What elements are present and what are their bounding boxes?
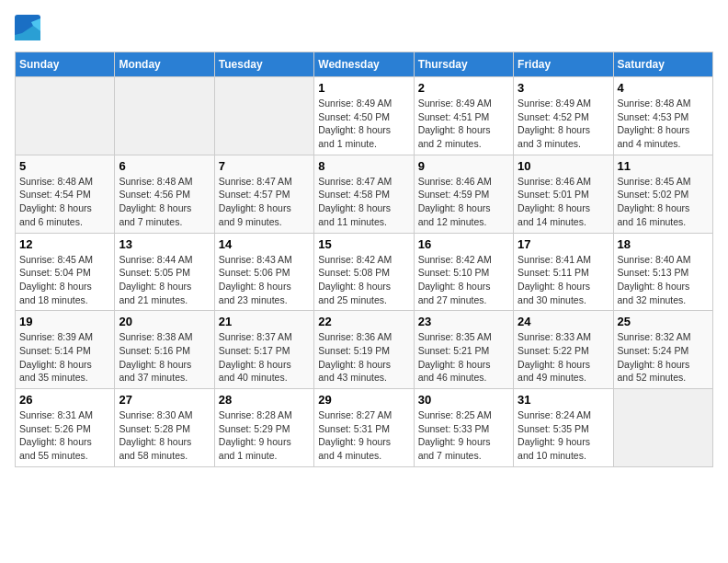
calendar-cell: 5Sunrise: 8:48 AM Sunset: 4:54 PM Daylig… (16, 155, 115, 233)
day-number: 6 (119, 159, 210, 173)
day-number: 7 (219, 159, 310, 173)
day-info: Sunrise: 8:27 AM Sunset: 5:31 PM Dayligh… (318, 408, 409, 463)
calendar-cell: 10Sunrise: 8:46 AM Sunset: 5:01 PM Dayli… (514, 155, 613, 233)
day-info: Sunrise: 8:44 AM Sunset: 5:05 PM Dayligh… (119, 253, 210, 307)
day-info: Sunrise: 8:35 AM Sunset: 5:21 PM Dayligh… (418, 330, 509, 385)
day-number: 13 (119, 237, 210, 251)
day-number: 10 (518, 159, 609, 173)
day-of-week-header: Saturday (613, 52, 712, 77)
day-of-week-header: Monday (115, 52, 214, 77)
day-info: Sunrise: 8:45 AM Sunset: 5:02 PM Dayligh… (618, 175, 709, 229)
day-info: Sunrise: 8:32 AM Sunset: 5:24 PM Dayligh… (618, 330, 709, 385)
calendar-cell (214, 77, 313, 155)
day-number: 2 (418, 81, 509, 95)
logo (15, 15, 42, 40)
calendar-cell: 31Sunrise: 8:24 AM Sunset: 5:35 PM Dayli… (514, 389, 613, 467)
day-info: Sunrise: 8:42 AM Sunset: 5:10 PM Dayligh… (418, 253, 509, 307)
day-info: Sunrise: 8:41 AM Sunset: 5:11 PM Dayligh… (518, 253, 609, 307)
day-number: 26 (19, 393, 110, 407)
calendar-week-row: 1Sunrise: 8:49 AM Sunset: 4:50 PM Daylig… (16, 77, 713, 155)
day-info: Sunrise: 8:46 AM Sunset: 5:01 PM Dayligh… (518, 175, 609, 229)
day-info: Sunrise: 8:48 AM Sunset: 4:53 PM Dayligh… (618, 97, 709, 151)
day-number: 14 (219, 237, 310, 251)
calendar-cell: 8Sunrise: 8:47 AM Sunset: 4:58 PM Daylig… (314, 155, 414, 233)
calendar-cell: 9Sunrise: 8:46 AM Sunset: 4:59 PM Daylig… (414, 155, 513, 233)
day-number: 18 (618, 237, 709, 251)
calendar-cell: 17Sunrise: 8:41 AM Sunset: 5:11 PM Dayli… (514, 233, 613, 311)
day-info: Sunrise: 8:45 AM Sunset: 5:04 PM Dayligh… (19, 253, 110, 307)
day-number: 29 (318, 393, 409, 407)
day-info: Sunrise: 8:33 AM Sunset: 5:22 PM Dayligh… (518, 330, 609, 385)
day-number: 24 (518, 315, 609, 328)
day-number: 4 (618, 81, 709, 95)
day-number: 20 (119, 315, 210, 328)
day-number: 22 (318, 315, 409, 328)
calendar-cell: 16Sunrise: 8:42 AM Sunset: 5:10 PM Dayli… (414, 233, 513, 311)
calendar-cell (613, 389, 712, 467)
calendar-cell (115, 77, 214, 155)
calendar-cell (16, 77, 115, 155)
page-header (15, 15, 713, 40)
calendar-week-row: 19Sunrise: 8:39 AM Sunset: 5:14 PM Dayli… (16, 311, 713, 389)
day-info: Sunrise: 8:25 AM Sunset: 5:33 PM Dayligh… (418, 408, 509, 463)
calendar-cell: 6Sunrise: 8:48 AM Sunset: 4:56 PM Daylig… (115, 155, 214, 233)
day-info: Sunrise: 8:31 AM Sunset: 5:26 PM Dayligh… (19, 408, 110, 463)
day-number: 5 (19, 159, 110, 173)
calendar-cell: 1Sunrise: 8:49 AM Sunset: 4:50 PM Daylig… (314, 77, 414, 155)
day-info: Sunrise: 8:46 AM Sunset: 4:59 PM Dayligh… (418, 175, 509, 229)
day-of-week-header: Sunday (16, 52, 115, 77)
calendar-cell: 2Sunrise: 8:49 AM Sunset: 4:51 PM Daylig… (414, 77, 513, 155)
day-info: Sunrise: 8:37 AM Sunset: 5:17 PM Dayligh… (219, 330, 310, 385)
calendar-cell: 12Sunrise: 8:45 AM Sunset: 5:04 PM Dayli… (16, 233, 115, 311)
day-number: 15 (318, 237, 409, 251)
day-number: 11 (618, 159, 709, 173)
day-of-week-header: Friday (514, 52, 613, 77)
day-number: 21 (219, 315, 310, 328)
calendar-cell: 28Sunrise: 8:28 AM Sunset: 5:29 PM Dayli… (214, 389, 313, 467)
calendar-cell: 15Sunrise: 8:42 AM Sunset: 5:08 PM Dayli… (314, 233, 414, 311)
day-number: 23 (418, 315, 509, 328)
calendar-cell: 26Sunrise: 8:31 AM Sunset: 5:26 PM Dayli… (16, 389, 115, 467)
day-number: 17 (518, 237, 609, 251)
calendar-cell: 7Sunrise: 8:47 AM Sunset: 4:57 PM Daylig… (214, 155, 313, 233)
calendar-cell: 21Sunrise: 8:37 AM Sunset: 5:17 PM Dayli… (214, 311, 313, 389)
day-info: Sunrise: 8:49 AM Sunset: 4:51 PM Dayligh… (418, 97, 509, 151)
calendar-cell: 18Sunrise: 8:40 AM Sunset: 5:13 PM Dayli… (613, 233, 712, 311)
day-info: Sunrise: 8:49 AM Sunset: 4:52 PM Dayligh… (518, 97, 609, 151)
day-info: Sunrise: 8:43 AM Sunset: 5:06 PM Dayligh… (219, 253, 310, 307)
calendar-cell: 25Sunrise: 8:32 AM Sunset: 5:24 PM Dayli… (613, 311, 712, 389)
calendar-cell: 13Sunrise: 8:44 AM Sunset: 5:05 PM Dayli… (115, 233, 214, 311)
day-info: Sunrise: 8:40 AM Sunset: 5:13 PM Dayligh… (618, 253, 709, 307)
day-number: 1 (318, 81, 409, 95)
day-info: Sunrise: 8:47 AM Sunset: 4:57 PM Dayligh… (219, 175, 310, 229)
day-info: Sunrise: 8:48 AM Sunset: 4:54 PM Dayligh… (19, 175, 110, 229)
day-of-week-header: Wednesday (314, 52, 414, 77)
day-info: Sunrise: 8:38 AM Sunset: 5:16 PM Dayligh… (119, 330, 210, 385)
day-info: Sunrise: 8:30 AM Sunset: 5:28 PM Dayligh… (119, 408, 210, 463)
calendar-cell: 19Sunrise: 8:39 AM Sunset: 5:14 PM Dayli… (16, 311, 115, 389)
day-info: Sunrise: 8:36 AM Sunset: 5:19 PM Dayligh… (318, 330, 409, 385)
calendar-week-row: 5Sunrise: 8:48 AM Sunset: 4:54 PM Daylig… (16, 155, 713, 233)
day-info: Sunrise: 8:28 AM Sunset: 5:29 PM Dayligh… (219, 408, 310, 463)
calendar-cell: 4Sunrise: 8:48 AM Sunset: 4:53 PM Daylig… (613, 77, 712, 155)
calendar-week-row: 26Sunrise: 8:31 AM Sunset: 5:26 PM Dayli… (16, 389, 713, 467)
day-info: Sunrise: 8:24 AM Sunset: 5:35 PM Dayligh… (518, 408, 609, 463)
calendar-cell: 22Sunrise: 8:36 AM Sunset: 5:19 PM Dayli… (314, 311, 414, 389)
day-of-week-header: Thursday (414, 52, 513, 77)
calendar-week-row: 12Sunrise: 8:45 AM Sunset: 5:04 PM Dayli… (16, 233, 713, 311)
day-of-week-header: Tuesday (214, 52, 313, 77)
day-info: Sunrise: 8:49 AM Sunset: 4:50 PM Dayligh… (318, 97, 409, 151)
day-number: 12 (19, 237, 110, 251)
calendar-header-row: SundayMondayTuesdayWednesdayThursdayFrid… (16, 52, 713, 77)
day-info: Sunrise: 8:42 AM Sunset: 5:08 PM Dayligh… (318, 253, 409, 307)
day-number: 3 (518, 81, 609, 95)
calendar-cell: 27Sunrise: 8:30 AM Sunset: 5:28 PM Dayli… (115, 389, 214, 467)
day-number: 8 (318, 159, 409, 173)
calendar-cell: 23Sunrise: 8:35 AM Sunset: 5:21 PM Dayli… (414, 311, 513, 389)
day-number: 9 (418, 159, 509, 173)
day-number: 16 (418, 237, 509, 251)
calendar-cell: 3Sunrise: 8:49 AM Sunset: 4:52 PM Daylig… (514, 77, 613, 155)
day-info: Sunrise: 8:47 AM Sunset: 4:58 PM Dayligh… (318, 175, 409, 229)
calendar-cell: 14Sunrise: 8:43 AM Sunset: 5:06 PM Dayli… (214, 233, 313, 311)
calendar-cell: 20Sunrise: 8:38 AM Sunset: 5:16 PM Dayli… (115, 311, 214, 389)
